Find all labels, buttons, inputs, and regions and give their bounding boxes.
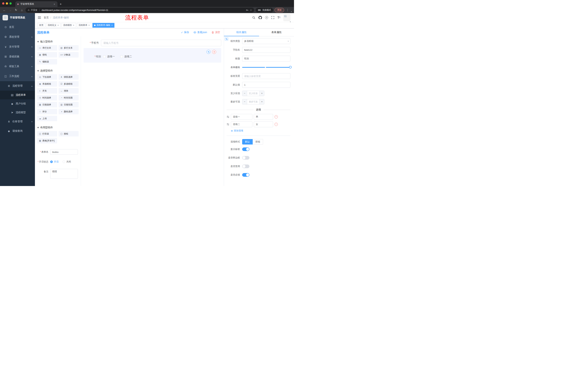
sidebar-item-home[interactable]: ⊙ 首页 <box>0 22 35 32</box>
palette-item-switch[interactable]: ◐开关 <box>37 88 57 94</box>
omnibox[interactable]: ⚠ 不安全 dashboard.yudao.iocoder.cn/bpm/man… <box>25 8 254 12</box>
tab-form-props[interactable]: 表单属性 <box>259 28 294 36</box>
fullscreen-icon[interactable] <box>271 16 274 19</box>
tagsview-tab-process-form[interactable]: 流程表单 × <box>77 23 92 28</box>
add-option-button[interactable]: ⊕ 添加选项 <box>231 129 290 132</box>
zoom-window-button[interactable] <box>10 2 12 5</box>
tagsview-tab-process-definition[interactable]: 流程定义 × <box>46 23 61 28</box>
palette-item-table[interactable]: ▦表格[开发中] <box>37 138 57 143</box>
required-switch[interactable] <box>242 173 249 177</box>
github-icon[interactable] <box>259 16 262 19</box>
palette-item-editor[interactable]: ✎编辑器 <box>37 59 57 64</box>
status-off-label[interactable]: 关闭 <box>66 160 71 163</box>
palette-item-time-range[interactable]: ◔时间范围 <box>59 95 79 100</box>
sidebar-item-user-group[interactable]: ☻ 用户分组 <box>0 99 35 108</box>
style-button-button[interactable]: 按钮 <box>253 139 263 145</box>
option-label-input[interactable] <box>231 121 252 127</box>
option-value-input[interactable] <box>254 121 273 127</box>
decrease-button[interactable]: − <box>242 91 247 96</box>
tag-close-icon[interactable]: × <box>88 24 90 27</box>
tagsview-tab-process-form-edit[interactable]: 流程表单-编辑 × <box>92 23 115 28</box>
palette-item-time-picker[interactable]: ◷时间选择 <box>37 95 57 100</box>
sidebar-item-system-mgmt[interactable]: ⚙ 系统管理 ▾ <box>0 32 35 42</box>
new-tab-button[interactable]: + <box>60 2 62 6</box>
bookmark-star-icon[interactable]: ☆ <box>250 9 252 11</box>
show-label-switch[interactable] <box>242 148 249 151</box>
default-value-input[interactable] <box>242 82 290 88</box>
tag-close-icon[interactable]: × <box>57 24 59 27</box>
palette-item-radio-group[interactable]: ◉单选框组 <box>37 81 57 87</box>
gender-option2-checkbox[interactable] <box>120 55 123 58</box>
clear-button[interactable]: 清空 <box>211 31 220 34</box>
browser-menu-icon[interactable]: ⋮ <box>286 8 289 12</box>
palette-item-single-line-text[interactable]: ▭单行文本 <box>37 45 57 51</box>
status-on-radio[interactable] <box>50 160 53 163</box>
tab-close-icon[interactable]: × <box>53 3 56 6</box>
slider-handle[interactable] <box>289 66 292 68</box>
breadcrumb-home[interactable]: 首页 <box>44 16 49 19</box>
option-value-input[interactable] <box>254 114 273 120</box>
style-default-button[interactable]: 默认 <box>242 139 253 145</box>
gender-option1-checkbox[interactable] <box>103 55 106 58</box>
tag-close-icon[interactable]: × <box>73 24 74 27</box>
forward-button[interactable]: → <box>8 9 12 12</box>
increase-button[interactable]: + <box>259 91 264 96</box>
status-on-label[interactable]: 开启 <box>54 160 59 163</box>
drag-handle-icon[interactable] <box>227 115 230 118</box>
title-input[interactable] <box>242 56 290 62</box>
sidebar-item-process-model[interactable]: ➤ 流程模型 <box>0 108 35 117</box>
sidebar-item-payment-mgmt[interactable]: ¥ 支付管理 ▾ <box>0 42 35 52</box>
form-grid-slider[interactable] <box>242 64 290 70</box>
drag-handle-icon[interactable] <box>227 123 230 126</box>
disabled-switch[interactable] <box>242 165 249 168</box>
slider-track[interactable] <box>242 67 290 68</box>
palette-item-slider[interactable]: ↔滑块 <box>59 88 79 94</box>
palette-item-row-container[interactable]: ◫行容器 <box>37 131 57 137</box>
palette-item-multi-line-text[interactable]: ▤多行文本 <box>59 45 79 51</box>
palette-item-color-picker[interactable]: ◑颜色选择 <box>59 109 79 114</box>
phone-input[interactable] <box>101 40 221 46</box>
tagsview-tab-home[interactable]: 首页 <box>37 23 45 28</box>
sidebar-item-leave-query[interactable]: ☻ 请假查询 <box>0 126 35 136</box>
increase-button[interactable]: + <box>259 99 264 104</box>
remove-option-button[interactable]: − <box>274 123 278 126</box>
component-type-select[interactable]: 多选框组 ▾ <box>242 38 290 44</box>
font-size-icon[interactable]: TT <box>277 16 280 19</box>
close-window-button[interactable] <box>2 2 4 5</box>
palette-item-password[interactable]: ▣密码 <box>37 52 57 57</box>
palette-item-button[interactable]: ▢按钮 <box>59 131 79 137</box>
sidebar-item-dev-tools[interactable]: ✇ 研发工具 ▾ <box>0 62 35 71</box>
label-width-input[interactable] <box>242 73 290 79</box>
sidebar-subitem-process-mgmt[interactable]: ≣ 流程管理 ▴ <box>0 81 35 91</box>
decrease-button[interactable]: − <box>242 99 247 104</box>
form-canvas[interactable]: *手机号 <box>81 36 224 186</box>
remark-textarea[interactable]: 嘿嘿 <box>50 169 78 179</box>
remove-option-button[interactable]: − <box>274 115 278 118</box>
chevron-down-icon[interactable]: ▾ <box>291 11 292 12</box>
save-button[interactable]: ✓ 保存 <box>181 31 189 34</box>
view-json-button[interactable]: 查看json <box>193 31 207 34</box>
border-switch[interactable] <box>242 156 249 159</box>
hamburger-icon[interactable] <box>35 16 44 19</box>
delete-widget-button[interactable] <box>212 50 216 54</box>
link-icon[interactable] <box>225 37 228 41</box>
form-name-input[interactable] <box>50 149 78 155</box>
palette-item-counter[interactable]: 123计数器 <box>59 52 79 57</box>
gender-option2-label[interactable]: 选项二 <box>124 55 132 58</box>
tag-close-icon[interactable]: × <box>111 24 113 27</box>
reload-button[interactable]: ↻ <box>14 8 18 12</box>
selected-widget-gender[interactable]: *性别 选项一 选项二 <box>84 48 221 63</box>
option-label-input[interactable] <box>231 114 252 120</box>
palette-item-cascader[interactable]: ⋔级联选择 <box>59 74 79 80</box>
home-button[interactable]: ⌂ <box>20 9 24 12</box>
sidebar-subitem-task-mgmt[interactable]: ⋔ 任务管理 ▾ <box>0 117 35 126</box>
palette-item-date-picker[interactable]: ▦日期选择 <box>37 102 57 107</box>
palette-item-date-range[interactable]: ▥日期范围 <box>59 102 79 107</box>
palette-item-select[interactable]: ◎下拉选择 <box>37 74 57 80</box>
palette-item-upload[interactable]: ☁上传 <box>37 116 57 121</box>
tab-component-props[interactable]: 组件属性 <box>224 28 259 36</box>
field-phone[interactable]: *手机号 <box>84 40 221 46</box>
back-button[interactable]: ← <box>2 9 7 12</box>
help-icon[interactable]: ? <box>265 16 268 19</box>
tagsview-tab-process-model[interactable]: 流程模型 × <box>62 23 76 28</box>
